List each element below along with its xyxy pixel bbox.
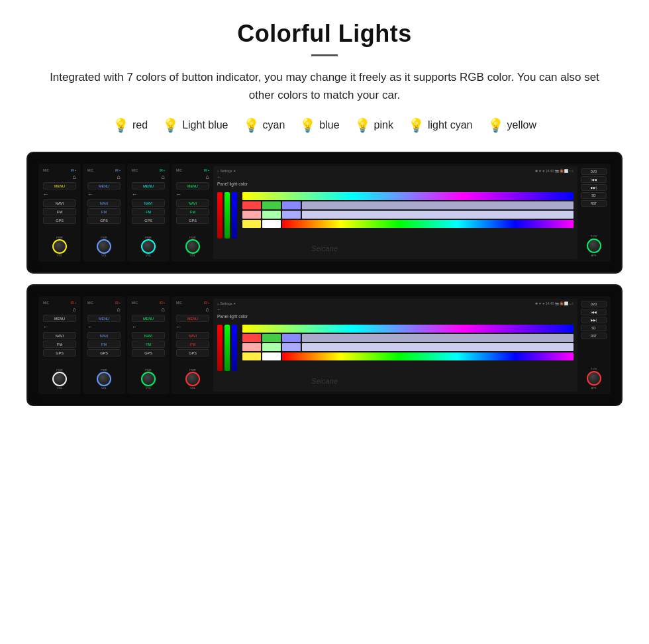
lightblue-bulb-icon: 💡 [162, 117, 179, 133]
dvd-btn-bot[interactable]: DVD [581, 301, 607, 307]
panel-light-color-label-bot: Panel light color [217, 314, 574, 319]
knob-white[interactable] [52, 372, 67, 386]
menu-btn-c[interactable]: MENU [132, 182, 165, 189]
menu-btn-gb[interactable]: MENU [132, 315, 165, 322]
navi-btn-w[interactable]: NAVI [43, 332, 76, 339]
mic-label-y: MIC [43, 168, 49, 172]
fm-btn-bb[interactable]: FM [87, 341, 121, 348]
colors-row: 💡 red 💡 Light blue 💡 cyan 💡 blue 💡 pink … [26, 117, 623, 133]
menu-btn-w[interactable]: MENU [43, 315, 76, 322]
next-btn-top[interactable]: ▶▶| [581, 184, 607, 191]
navi-btn-c[interactable]: NAVI [132, 199, 165, 207]
sd-btn-top[interactable]: SD [581, 192, 607, 199]
ir-label-gb: IR ▪ [160, 301, 165, 305]
fm-btn-main[interactable]: FM [176, 208, 209, 215]
screen-top: ⌂ Settings ✦ ✱ ▼ ♥ 14:40 📷 🔕 ⬜ □ ⃝ ← Pan… [213, 166, 577, 259]
status-icons: ✱ ▼ ♥ 14:40 📷 🔕 ⬜ □ ⃝ [535, 169, 574, 173]
gps-btn-w[interactable]: GPS [43, 349, 76, 356]
menu-btn-y[interactable]: MENU [43, 182, 76, 189]
color-label-lightblue: Light blue [182, 119, 228, 131]
navi-btn-mb[interactable]: NAVI [176, 332, 209, 339]
knob-green-bot[interactable] [141, 372, 156, 386]
color-item-blue: 💡 blue [299, 117, 339, 133]
gps-btn-mb[interactable]: GPS [176, 349, 209, 356]
navi-btn-main[interactable]: NAVI [176, 199, 209, 207]
menu-btn-main[interactable]: MENU [176, 182, 209, 189]
knob-blue-bot[interactable] [97, 372, 111, 386]
mic-label-mb: MIC [176, 301, 182, 305]
menu-btn-bb[interactable]: MENU [87, 315, 121, 322]
main-left-panel-bot: MIC IR ▪ ⌂ MENU ← NAVI FM GPS PWR VOL [174, 299, 212, 392]
mic-label-b: MIC [87, 168, 93, 172]
knob-cyan[interactable] [141, 239, 156, 254]
lightcyan-bulb-icon: 💡 [408, 117, 424, 133]
dvd-btn-top[interactable]: DVD [581, 168, 607, 175]
home-icon-bb: ⌂ [117, 306, 121, 313]
ir-label-w: IR ▪ [71, 301, 76, 305]
back-arrow-top[interactable]: ← [217, 175, 221, 179]
color-label-cyan: cyan [263, 119, 285, 131]
right-panel-top: DVD |◀◀ ▶▶| SD RST TUN APS [579, 166, 609, 259]
fm-btn-y[interactable]: FM [43, 208, 76, 215]
knob-main-bot[interactable] [185, 372, 200, 386]
page-title: Colorful Lights [26, 20, 623, 48]
color-swatch-grid-top [242, 192, 574, 239]
mic-label-gb: MIC [132, 301, 138, 305]
color-item-red: 💡 red [113, 117, 148, 133]
prev-btn-top[interactable]: |◀◀ [581, 176, 607, 183]
right-panel-bot: DVD |◀◀ ▶▶| SD RST TUN APS [579, 299, 609, 392]
mic-label-w: MIC [43, 301, 49, 305]
color-swatch-grid-bot [242, 325, 574, 371]
bar-red [217, 192, 223, 239]
fm-btn-c[interactable]: FM [132, 208, 165, 215]
nav-panel-green-bot: MIC IR ▪ ⌂ MENU ← NAVI FM GPS PWR VOL [129, 299, 168, 392]
color-bars-bot [217, 325, 237, 371]
next-btn-bot[interactable]: ▶▶| [581, 317, 607, 323]
main-unit-bot: MIC IR ▪ ⌂ MENU ← NAVI FM GPS PWR VOL [172, 296, 611, 394]
knob-blue[interactable] [97, 239, 111, 254]
gps-btn-bb[interactable]: GPS [87, 349, 121, 356]
knob-main-top[interactable] [185, 239, 200, 254]
navi-btn-b[interactable]: NAVI [87, 199, 121, 207]
fm-btn-b[interactable]: FM [87, 208, 121, 215]
blue-bulb-icon: 💡 [299, 117, 316, 133]
mic-label-c: MIC [132, 168, 138, 172]
gps-btn-gb[interactable]: GPS [132, 349, 165, 356]
menu-btn-mb[interactable]: MENU [176, 315, 209, 322]
menu-btn-b[interactable]: MENU [87, 182, 121, 189]
sd-btn-bot[interactable]: SD [581, 325, 607, 331]
nav-panel-blue-bot: MIC IR ▪ ⌂ MENU ← NAVI FM GPS PWR VOL [85, 299, 123, 392]
knob-yellow[interactable] [52, 239, 67, 254]
home-icon-w: ⌂ [73, 306, 76, 313]
navi-btn-gb[interactable]: NAVI [132, 332, 165, 339]
rst-btn-bot[interactable]: RST [581, 333, 607, 339]
bar-red-bot [217, 325, 223, 371]
navi-btn-y[interactable]: NAVI [43, 199, 76, 207]
panel-yellow: MIC IR ▪ ⌂ MENU ← NAVI FM GPS PWR VOL [38, 164, 81, 262]
title-divider [311, 54, 338, 56]
gps-btn-b[interactable]: GPS [87, 217, 121, 224]
gps-btn-c[interactable]: GPS [132, 217, 165, 224]
ir-label-bb: IR ▪ [115, 301, 121, 305]
color-item-pink: 💡 pink [354, 117, 393, 133]
bottom-unit-wrapper: MIC IR ▪ ⌂ MENU ← NAVI FM GPS PWR VOL [26, 284, 623, 406]
nav-panel-white: MIC IR ▪ ⌂ MENU ← NAVI FM GPS PWR VOL [40, 299, 79, 392]
top-multi-unit-row: MIC IR ▪ ⌂ MENU ← NAVI FM GPS PWR VOL [34, 160, 615, 266]
fm-btn-mb[interactable]: FM [176, 341, 209, 348]
prev-btn-bot[interactable]: |◀◀ [581, 309, 607, 315]
bar-blue-bot [232, 325, 237, 371]
fm-btn-w[interactable]: FM [43, 341, 76, 348]
back-arrow-bot[interactable]: ← [217, 307, 221, 311]
fm-btn-gb[interactable]: FM [132, 341, 165, 348]
bottom-multi-unit-row: MIC IR ▪ ⌂ MENU ← NAVI FM GPS PWR VOL [34, 292, 615, 398]
rst-btn-top[interactable]: RST [581, 200, 607, 207]
gps-btn-main[interactable]: GPS [176, 217, 209, 224]
color-label-pink: pink [374, 119, 393, 131]
navi-btn-bb[interactable]: NAVI [87, 332, 121, 339]
ir-label-y: IR ▪ [71, 168, 76, 172]
color-label-blue: blue [319, 119, 339, 131]
gps-btn-y[interactable]: GPS [43, 217, 76, 224]
description-text: Integrated with 7 colors of button indic… [43, 68, 606, 104]
knob-tun-top[interactable] [587, 239, 601, 253]
knob-tun-bot[interactable] [587, 371, 601, 386]
